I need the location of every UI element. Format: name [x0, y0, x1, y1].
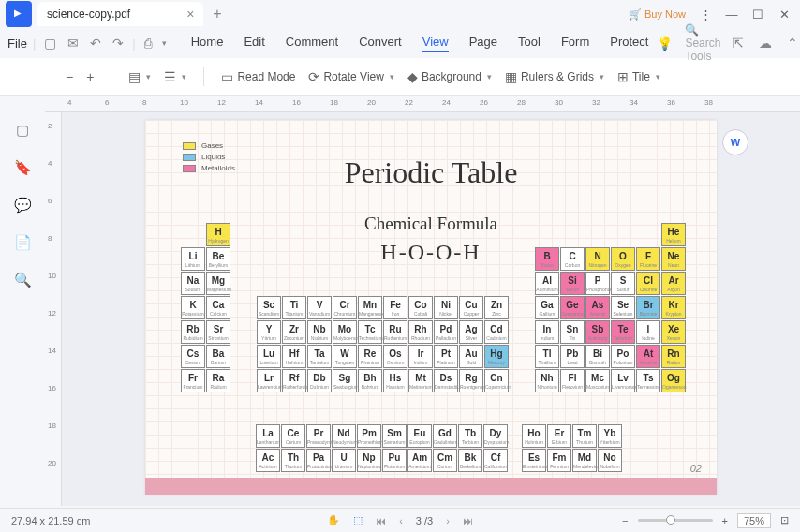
page-dimensions: 27.94 x 21.59 cm	[11, 515, 90, 526]
page-layout-dropdown[interactable]: ▤▾	[128, 69, 151, 84]
attachment-icon[interactable]: 📄	[14, 234, 32, 251]
word-badge-icon[interactable]: W	[722, 129, 748, 155]
print-icon[interactable]: ⎙	[141, 36, 155, 51]
element-Cu: CuCopper	[459, 296, 483, 319]
element-Mc: McMoscovium	[585, 369, 610, 392]
prev-page-button[interactable]: ‹	[399, 515, 403, 526]
document-page: W GasesLiquidsMetalloids Periodic Table …	[145, 120, 717, 495]
zoom-plus-button[interactable]: +	[722, 515, 728, 526]
zoom-slider[interactable]	[638, 519, 713, 522]
canvas[interactable]: W GasesLiquidsMetalloids Periodic Table …	[62, 112, 800, 506]
element-Ds: DsDarmstadtium	[434, 369, 458, 392]
element-Co: CoCobalt	[408, 296, 433, 319]
menu-view[interactable]: View	[422, 35, 449, 52]
element-Zn: ZnZinc	[484, 296, 509, 319]
share-icon[interactable]: ⇱	[730, 36, 747, 51]
element-Og: OgOganesson	[661, 369, 686, 392]
element-Ts: TsTennessine	[636, 369, 660, 392]
element-Tl: TlThallium	[535, 345, 559, 368]
rulers-grids-dropdown[interactable]: ▦Rulers & Grids▾	[505, 69, 604, 84]
open-icon[interactable]: ▢	[41, 36, 59, 51]
fit-page-icon[interactable]: ⊡	[780, 514, 789, 526]
hand-tool-icon[interactable]: ✋	[327, 514, 340, 526]
zoom-out-button[interactable]: −	[66, 69, 73, 84]
undo-icon[interactable]: ↶	[87, 36, 104, 51]
last-page-button[interactable]: ⏭	[463, 515, 473, 526]
element-Sn: SnTin	[560, 320, 585, 344]
menu-dots-icon[interactable]: ⋮	[699, 7, 712, 22]
collapse-icon[interactable]: ⌃	[784, 36, 800, 51]
element-Ga: GaGallium	[535, 296, 559, 319]
menu-convert[interactable]: Convert	[359, 35, 402, 52]
menu-page[interactable]: Page	[469, 35, 497, 52]
document-tab[interactable]: science-copy.pdf ×	[37, 2, 203, 26]
page-display-dropdown[interactable]: ☰▾	[164, 69, 186, 84]
file-menu[interactable]: File	[7, 37, 27, 51]
minimize-button[interactable]: —	[725, 7, 738, 22]
background-dropdown[interactable]: ◆Background▾	[407, 69, 492, 84]
element-Tb: TbTerbium	[458, 424, 482, 448]
element-Fe: FeIron	[383, 296, 407, 319]
element-Te: TeTellurium	[611, 320, 635, 344]
element-I: IIodine	[636, 320, 660, 344]
bulb-icon[interactable]: 💡	[654, 36, 675, 51]
element-Pd: PdPalladium	[434, 320, 458, 344]
element-Os: OsOsmium	[383, 345, 407, 368]
element-Cs: CsCesium	[181, 345, 205, 368]
menu-home[interactable]: Home	[191, 35, 224, 52]
element-Dy: DyDysprosium	[483, 424, 508, 448]
element-Bi: BiBismuth	[585, 345, 610, 368]
search-panel-icon[interactable]: 🔍	[14, 272, 32, 288]
page-indicator[interactable]: 3 /3	[416, 515, 433, 526]
element-Eu: EuEuropium	[407, 424, 432, 448]
statusbar: 27.94 x 21.59 cm ✋ ⬚ ⏮ ‹ 3 /3 › ⏭ − + 75…	[0, 508, 800, 532]
new-tab-button[interactable]: +	[213, 6, 221, 22]
cloud-icon[interactable]: ☁	[756, 36, 775, 51]
element-Kr: KrKrypton	[661, 296, 686, 319]
rotate-view-dropdown[interactable]: ⟳Rotate View▾	[308, 69, 393, 84]
maximize-button[interactable]: ☐	[751, 7, 764, 22]
menu-tool[interactable]: Tool	[518, 35, 541, 52]
element-O: OOxygen	[611, 247, 635, 271]
redo-icon[interactable]: ↷	[110, 36, 126, 51]
element-Cl: ClChlorine	[636, 272, 660, 295]
close-window-button[interactable]: ✕	[778, 7, 791, 22]
buy-now-link[interactable]: 🛒 Buy Now	[629, 8, 686, 21]
menu-form[interactable]: Form	[561, 35, 589, 52]
zoom-in-button[interactable]: +	[86, 69, 94, 84]
element-Rb: RbRubidium	[181, 320, 205, 344]
tile-dropdown[interactable]: ⊞Tile▾	[617, 69, 660, 84]
zoom-minus-button[interactable]: −	[622, 515, 628, 526]
menu-comment[interactable]: Comment	[286, 35, 338, 52]
element-Ac: AcActinium	[256, 449, 280, 472]
select-tool-icon[interactable]: ⬚	[353, 514, 363, 526]
element-P: PPhosphorus	[585, 272, 610, 295]
element-Yb: YbYtterbium	[598, 424, 622, 448]
element-Hg: HgMercury	[484, 345, 509, 368]
element-Ra: RaRadium	[206, 369, 230, 392]
search-tools-input[interactable]: 🔍 Search Tools	[685, 23, 720, 63]
element-No: NoNobelium	[598, 449, 622, 472]
read-mode-button[interactable]: ▭Read Mode	[221, 69, 295, 84]
bookmark-icon[interactable]: 🔖	[14, 159, 32, 176]
close-tab-icon[interactable]: ×	[186, 7, 194, 22]
next-page-button[interactable]: ›	[446, 515, 450, 526]
view-toolbar: − + ▤▾ ☰▾ ▭Read Mode ⟳Rotate View▾ ◆Back…	[0, 58, 800, 96]
mail-icon[interactable]: ✉	[65, 36, 81, 51]
element-Fm: FmFermium	[547, 449, 571, 472]
element-Po: PoPolonium	[611, 345, 635, 368]
element-Lr: LrLawrencium	[257, 369, 281, 392]
comment-panel-icon[interactable]: 💬	[14, 197, 32, 214]
thumbnails-icon[interactable]: ▢	[16, 122, 29, 139]
zoom-value[interactable]: 75%	[737, 513, 771, 528]
element-Db: DbDubnium	[307, 369, 332, 392]
element-Mg: MgMagnesium	[206, 272, 230, 295]
menubar: File | ▢ ✉ ↶ ↷ | ⎙ ▾ HomeEditCommentConv…	[0, 28, 800, 58]
first-page-button[interactable]: ⏮	[376, 515, 386, 526]
menu-edit[interactable]: Edit	[244, 35, 264, 52]
element-U: UUranium	[332, 449, 356, 472]
menu-protect[interactable]: Protect	[610, 35, 648, 52]
element-Li: LiLithium	[181, 247, 205, 271]
page-number: 02	[690, 463, 702, 474]
horizontal-ruler: 468101214161820222426283032343638	[45, 96, 800, 112]
